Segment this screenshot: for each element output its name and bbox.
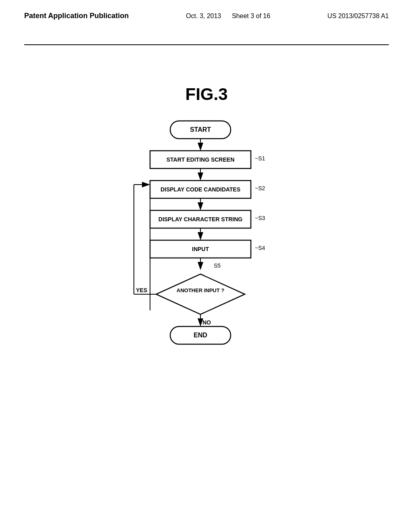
svg-text:INPUT: INPUT: [192, 246, 209, 252]
svg-text:NO: NO: [202, 319, 211, 326]
patent-number: US 2013/0257738 A1: [327, 11, 389, 21]
header-date-sheet: Oct. 3, 2013 Sheet 3 of 16: [186, 11, 270, 21]
svg-marker-22: [156, 274, 245, 314]
svg-text:~S3: ~S3: [255, 215, 265, 221]
svg-text:DISPLAY CHARACTER STRING: DISPLAY CHARACTER STRING: [159, 216, 243, 222]
header-divider: [24, 44, 389, 45]
svg-text:END: END: [194, 332, 207, 339]
svg-text:~S4: ~S4: [255, 245, 265, 251]
figure-title: FIG.3: [185, 85, 227, 104]
svg-text:START: START: [190, 126, 211, 133]
svg-text:START EDITING SCREEN: START EDITING SCREEN: [167, 156, 235, 163]
svg-text:~S2: ~S2: [255, 185, 265, 191]
svg-text:YES: YES: [136, 287, 147, 293]
flowchart-svg: START START EDITING SCREEN ~S1 DISPLAY C…: [114, 117, 299, 407]
publication-label: Patent Application Publication: [24, 11, 129, 21]
svg-text:ANOTHER INPUT ?: ANOTHER INPUT ?: [177, 287, 225, 293]
svg-text:S5: S5: [214, 262, 221, 269]
svg-text:~S1: ~S1: [255, 155, 265, 162]
page-header: Patent Application Publication Oct. 3, 2…: [0, 0, 413, 21]
publication-date: Oct. 3, 2013: [186, 12, 221, 19]
sheet-info: Sheet 3 of 16: [232, 12, 270, 19]
svg-text:DISPLAY CODE CANDIDATES: DISPLAY CODE CANDIDATES: [161, 186, 240, 193]
flowchart: START START EDITING SCREEN ~S1 DISPLAY C…: [114, 117, 299, 409]
